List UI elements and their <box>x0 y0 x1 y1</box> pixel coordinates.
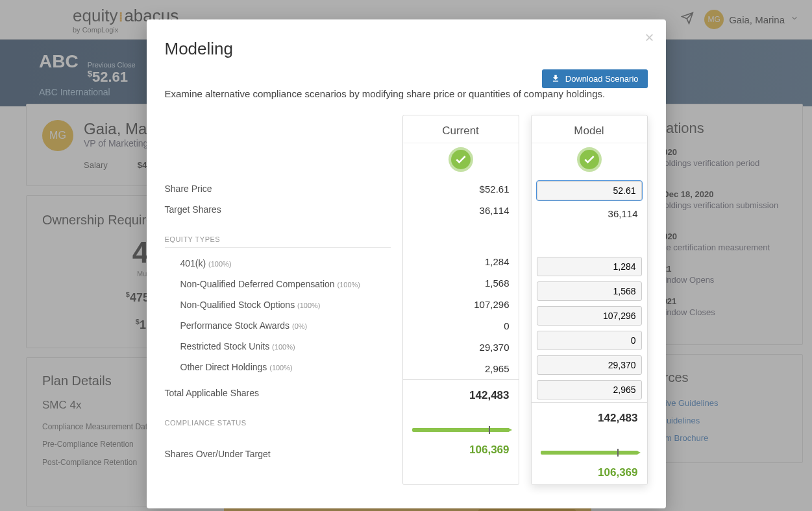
current-over-under: 106,369 <box>403 438 519 462</box>
equity-type-label: Performance Stock Awards (0%) <box>165 315 391 336</box>
labels-column: Share Price Target Shares EQUITY TYPES 4… <box>165 115 391 485</box>
check-icon <box>577 147 602 172</box>
modeling-grid: Share Price Target Shares EQUITY TYPES 4… <box>165 115 648 485</box>
equity-model-input[interactable] <box>537 281 642 301</box>
model-total: 142,483 <box>532 402 647 430</box>
equity-current-value: 2,965 <box>403 358 519 379</box>
close-icon[interactable]: × <box>645 29 654 47</box>
model-share-price-input[interactable] <box>537 181 642 200</box>
modal-title: Modeling <box>165 39 648 59</box>
share-price-label: Share Price <box>165 178 391 199</box>
compliance-status-header: COMPLIANCE STATUS <box>165 403 391 427</box>
equity-model-input[interactable] <box>537 331 642 350</box>
download-scenario-button[interactable]: Download Scenario <box>542 69 647 88</box>
equity-type-label: Other Direct Holdings (100%) <box>165 357 391 377</box>
equity-type-label: 401(k) (100%) <box>165 253 391 274</box>
equity-model-input[interactable] <box>537 380 642 399</box>
target-shares-label: Target Shares <box>165 199 391 220</box>
model-header: Model <box>532 115 647 143</box>
download-icon <box>551 74 560 83</box>
model-target-shares: 36,114 <box>532 203 647 224</box>
modeling-modal: × Modeling Download Scenario Examine alt… <box>147 19 666 508</box>
current-progress-bar <box>412 428 510 432</box>
model-over-under: 106,369 <box>532 461 647 484</box>
model-progress-bar <box>541 451 638 455</box>
equity-types-header: EQUITY TYPES <box>165 220 391 248</box>
equity-current-value: 107,296 <box>403 294 519 315</box>
equity-current-value: 1,568 <box>403 272 519 294</box>
equity-model-input[interactable] <box>537 306 642 326</box>
check-icon <box>449 147 473 172</box>
modal-description: Examine alternative compliance scenarios… <box>165 88 648 99</box>
equity-current-value: 1,284 <box>403 251 519 272</box>
current-share-price: $52.61 <box>403 178 519 200</box>
model-column: Model 36,114 142,483 106,369 <box>531 115 648 485</box>
equity-model-input[interactable] <box>537 257 642 276</box>
equity-model-input[interactable] <box>537 355 642 375</box>
total-shares-label: Total Applicable Shares <box>165 377 391 403</box>
equity-type-label: Non-Qualified Deferred Compensation (100… <box>165 274 391 294</box>
current-total: 142,483 <box>403 379 519 407</box>
equity-type-label: Restricted Stock Units (100%) <box>165 336 391 357</box>
equity-type-label: Non-Qualified Stock Options (100%) <box>165 294 391 315</box>
current-column: Current $52.61 36,114 1,2841,568107,2960… <box>402 115 519 485</box>
equity-current-value: 0 <box>403 315 519 337</box>
current-header: Current <box>403 115 519 143</box>
over-under-label: Shares Over/Under Target <box>165 444 391 464</box>
equity-current-value: 29,370 <box>403 337 519 358</box>
current-target-shares: 36,114 <box>403 200 519 221</box>
